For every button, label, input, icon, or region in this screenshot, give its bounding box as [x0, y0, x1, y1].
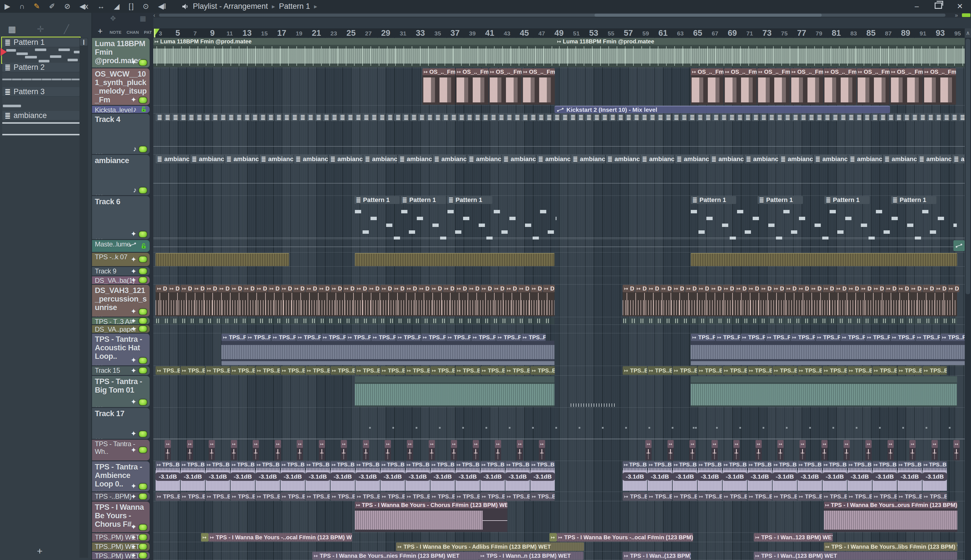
clip-header[interactable]: ↦OS_.._Fm — [923, 68, 956, 75]
pattern-clip[interactable]: ≣ — [219, 114, 226, 121]
lock-icon[interactable] — [140, 106, 147, 112]
pattern-clip[interactable]: ≣ — [855, 114, 862, 121]
restore-button[interactable] — [934, 2, 943, 11]
pattern-clip[interactable]: ≣ — [784, 114, 791, 121]
track-lane-17[interactable] — [153, 408, 965, 440]
vertical-scrollbar-handle[interactable] — [966, 39, 970, 294]
clip-header[interactable]: ↦TPS..BPM) — [331, 461, 355, 468]
pattern-clip[interactable]: ≣ — [259, 114, 266, 121]
audio-clip[interactable]: ↦OS_.._Fm — [824, 68, 856, 105]
pattern-clip[interactable]: ≣ — [179, 114, 187, 121]
clip-header[interactable]: ↦TPS..BPM) — [648, 461, 672, 468]
pattern-clip[interactable]: ↦TPS..BPM) — [530, 366, 555, 375]
track-lane-22[interactable]: ↦I..4↦TPS - I Wanna Be Yours -..ocal F#m… — [153, 533, 965, 542]
track-lane-7[interactable] — [153, 240, 965, 252]
track-lane-6[interactable]: ≣Pattern 1≣Pattern 1≣Pattern 1≣Pattern 1… — [153, 196, 965, 240]
one-shot-clip[interactable]: ↦ — [341, 440, 347, 460]
slice-icon[interactable]: ◢ — [114, 0, 119, 13]
mini-ticks[interactable] — [571, 403, 616, 407]
pattern-item-header[interactable]: ≣ambiance — [2, 111, 80, 120]
pattern-clip[interactable]: ↦D.. — [872, 285, 884, 292]
pattern-clip[interactable]: ↦D.. — [293, 285, 305, 292]
pattern-clip[interactable]: ↦TPS..PM) — [866, 333, 890, 341]
pattern-clip[interactable]: ≣ — [155, 114, 163, 121]
ambience-loop-clip[interactable]: ↦TPS..BPM)-3.1dB — [505, 461, 530, 491]
track-header-10[interactable]: DS_VA..ba(1)✦ — [92, 276, 150, 284]
pattern-clip[interactable]: ≣ — [585, 114, 592, 121]
pattern-clip[interactable]: ≣ — [927, 114, 934, 121]
sparkle-icon[interactable]: ✦ — [130, 367, 137, 375]
pattern-clip[interactable]: ≣Pattern 1 — [401, 196, 446, 204]
pattern-clip[interactable]: ≣ — [418, 114, 425, 121]
pattern-clip[interactable]: ≣ — [378, 114, 385, 121]
pattern-clip[interactable]: ↦D.. — [910, 285, 922, 292]
pattern-clip[interactable]: ↦D.. — [430, 285, 442, 292]
audio-clip[interactable]: ↦OS_.._Fm — [489, 68, 521, 105]
track-mute-led[interactable] — [139, 187, 147, 194]
audio-clip[interactable]: ↦OS_.._Fm — [857, 68, 889, 105]
pattern-clip[interactable]: ≣ — [935, 114, 942, 121]
pattern-clip[interactable]: ≣ambiance — [606, 155, 640, 163]
scroll-right-icon[interactable]: » — [955, 13, 958, 18]
one-shot-clip[interactable]: ↦ — [734, 440, 740, 460]
pattern-clip[interactable]: ↦D.. — [948, 285, 959, 292]
track-mute-led[interactable] — [139, 447, 147, 453]
track-lane-20[interactable]: ↦TPS..BPM)↦TPS..BPM)↦TPS..BPM)↦TPS..BPM)… — [153, 492, 965, 501]
pattern-clip[interactable]: ↦D.. — [698, 285, 710, 292]
pattern-clip[interactable]: ↦D.. — [648, 285, 660, 292]
ambience-loop-clip[interactable]: ↦TPS..BPM)-3.1dB — [480, 461, 505, 491]
one-shot-clip[interactable]: ↦ — [539, 440, 545, 460]
pattern-clip[interactable]: ↦TPS..PM) — [446, 333, 471, 341]
pattern-clip[interactable]: ≣ — [609, 114, 616, 121]
pattern-clip[interactable]: ≣ambiance — [814, 155, 847, 163]
pattern-clip[interactable]: ≣ — [736, 114, 743, 121]
pattern-clip[interactable]: ↦D.. — [356, 285, 368, 292]
pattern-clip[interactable]: ↦TPS..PM) — [246, 333, 271, 341]
sparkle-icon[interactable]: ✦ — [130, 523, 137, 531]
pattern-scroll-button[interactable]: ❙ — [80, 38, 87, 46]
pattern-clip[interactable]: ↦D.. — [331, 285, 343, 292]
track-mute-led[interactable] — [139, 431, 147, 437]
ambience-loop-clip[interactable]: ↦TPS..BPM)-3.1dB — [722, 461, 747, 491]
pattern-clip[interactable]: ≣ambiance — [952, 155, 965, 163]
track-lane-2[interactable]: ↦OS_.._Fm↦OS_.._Fm↦OS_.._Fm↦OS_.._Fm↦OS_… — [153, 68, 965, 105]
magnet-snap-icon[interactable]: ∩ — [19, 0, 24, 13]
pattern-clip[interactable]: ↦TPS..BPM) — [231, 366, 255, 375]
track-mute-led[interactable] — [139, 552, 147, 559]
pattern-clip[interactable]: ↦TPS..BPM) — [505, 492, 530, 501]
one-shot-clip[interactable]: ↦ — [319, 440, 325, 460]
sparkle-icon[interactable]: ✦ — [130, 307, 137, 315]
pattern-item-1[interactable]: ≣Pattern 1 — [2, 38, 80, 63]
pattern-clip[interactable]: ≣ — [720, 114, 727, 121]
clip-header[interactable]: ↦TPS..BPM) — [356, 461, 380, 468]
pattern-clip[interactable]: ↦TPS..BPM) — [847, 366, 872, 375]
pattern-clip[interactable]: ≣ — [712, 114, 719, 121]
ambience-loop-clip[interactable]: ↦TPS..BPM)-3.1dB — [648, 461, 672, 491]
track-header-9[interactable]: Track 9✦ — [92, 267, 150, 275]
vertical-scrollbar[interactable] — [965, 38, 971, 560]
one-shot-clip[interactable]: ↦ — [297, 440, 303, 460]
ambience-loop-clip[interactable]: ↦TPS..BPM)-3.1dB — [430, 461, 455, 491]
track-mute-led[interactable] — [139, 367, 147, 374]
hat-waveform[interactable] — [221, 341, 555, 365]
clip-header[interactable]: ↦TPS..BPM) — [530, 461, 555, 468]
clip-header[interactable]: ↦TPS..BPM) — [405, 461, 430, 468]
pattern-clip[interactable]: ↦TPS..BPM) — [256, 492, 280, 501]
pattern-clip[interactable]: ≣ — [625, 114, 632, 121]
pattern-clip[interactable]: ≣ — [537, 114, 544, 121]
one-shot-clip[interactable]: ↦ — [887, 440, 894, 460]
pattern-clip[interactable]: ↦D.. — [405, 285, 417, 292]
pattern-clip[interactable]: ↦D.. — [393, 285, 405, 292]
pattern-clip[interactable]: ↦D.. — [418, 285, 430, 292]
hatched-clip[interactable] — [691, 253, 957, 266]
slip-icon[interactable]: ↔ — [97, 0, 104, 13]
pattern-clip[interactable]: ≣ — [283, 114, 290, 121]
sparkle-icon[interactable]: ✦ — [130, 398, 137, 406]
pattern-clip[interactable]: ≣ — [235, 114, 242, 121]
clip-header[interactable]: ↦TPS..BPM) — [847, 461, 872, 468]
sparkle-icon[interactable]: ✦ — [130, 492, 137, 501]
pattern-item-4[interactable]: ≣ambiance — [2, 111, 80, 137]
pattern-clip[interactable]: ↦TPS - I Wanna Be Yours -..ocal F#min (1… — [208, 533, 352, 542]
pattern-clip[interactable]: ↦TPS..PM) — [521, 333, 546, 341]
scroll-up-button[interactable]: ∧ — [965, 28, 971, 38]
